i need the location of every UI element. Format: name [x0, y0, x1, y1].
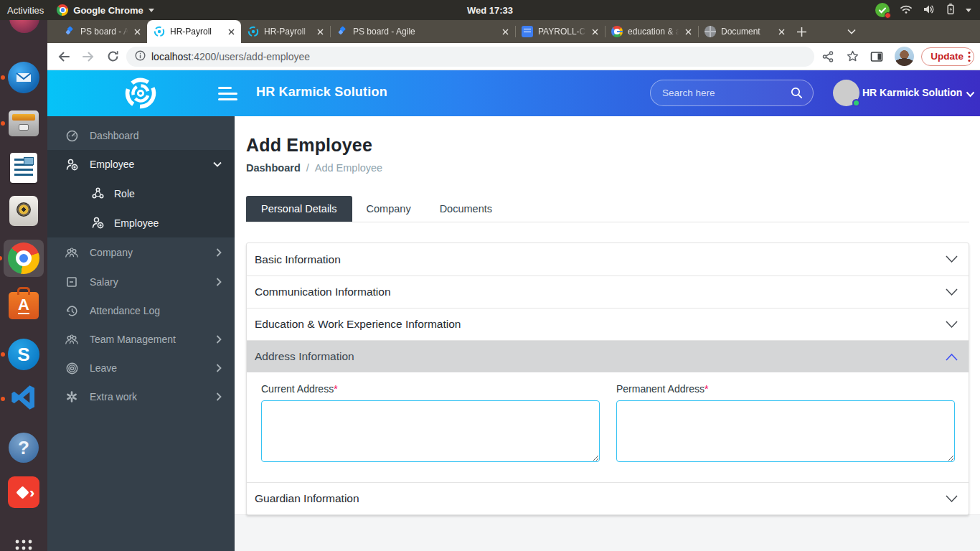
- browser-toolbar: localhost:4200/users/add-employee Update: [47, 43, 980, 70]
- accordion-education-work-experience[interactable]: Education & Work Experience Information: [247, 308, 969, 340]
- sidebar-item-company[interactable]: Company: [47, 237, 235, 268]
- dock-show-applications[interactable]: [6, 531, 41, 551]
- profile-name[interactable]: HR Karmick Solution: [862, 87, 962, 98]
- hr-target-icon: [248, 26, 259, 37]
- browser-profile-avatar[interactable]: [895, 47, 914, 66]
- tab-title: Document: [721, 27, 773, 37]
- back-button[interactable]: [53, 46, 75, 67]
- sidebar-item-leave[interactable]: Leave: [47, 354, 235, 382]
- profile-chevron-down-icon[interactable]: [966, 88, 975, 100]
- running-indicator: [1, 121, 5, 126]
- sidebar-item-extra-work[interactable]: Extra work: [47, 382, 235, 411]
- chevron-right-icon: [216, 364, 222, 372]
- dock-red-diamond-app[interactable]: ››: [6, 475, 41, 509]
- profile-avatar[interactable]: [833, 80, 859, 106]
- running-indicator: [1, 75, 5, 80]
- browser-tab[interactable]: PS board - Agile: [330, 20, 515, 43]
- breadcrumb-dashboard[interactable]: Dashboard: [246, 162, 301, 174]
- sidebar-item-employee-sub[interactable]: Employee: [47, 208, 235, 237]
- vscode-icon: [9, 383, 38, 415]
- app-logo-icon: [123, 76, 158, 113]
- dock-file-archive[interactable]: [6, 106, 41, 141]
- chevron-down-icon: [946, 288, 958, 296]
- sidebar-item-attendance-log[interactable]: Attendance Log: [47, 296, 235, 325]
- sidebar-item-label: Salary: [90, 276, 205, 288]
- clock[interactable]: Wed 17:33: [467, 5, 513, 16]
- current-address-textarea[interactable]: [261, 400, 600, 462]
- app-header: HR Karmick Solution HR Karmick Solution: [47, 70, 980, 116]
- tab-documents[interactable]: Documents: [425, 196, 507, 222]
- site-info-icon[interactable]: [135, 50, 146, 63]
- close-icon[interactable]: [778, 29, 785, 35]
- dock-skype[interactable]: S: [6, 337, 41, 372]
- dock-toolbox-app[interactable]: A: [6, 288, 41, 323]
- browser-tab[interactable]: PS board - Agil: [57, 20, 147, 43]
- person-add-icon: [65, 158, 79, 171]
- current-address-label: Current Address*: [261, 383, 338, 395]
- address-bar[interactable]: localhost:4200/users/add-employee: [126, 47, 814, 67]
- sidebar-item-team-management[interactable]: Team Management: [47, 325, 235, 354]
- activities-button[interactable]: Activities: [7, 5, 44, 16]
- share-icon[interactable]: [817, 46, 839, 67]
- update-button[interactable]: Update: [921, 47, 974, 66]
- close-icon[interactable]: [228, 29, 235, 35]
- reload-button[interactable]: [102, 46, 123, 67]
- browser-tab[interactable]: PAYROLL-CHA: [515, 20, 605, 43]
- hamburger-menu-icon[interactable]: [218, 85, 238, 101]
- search-input[interactable]: [662, 88, 791, 98]
- permanent-address-textarea[interactable]: [616, 400, 955, 462]
- close-icon[interactable]: [134, 29, 141, 35]
- new-tab-button[interactable]: [791, 22, 811, 42]
- partial-app-icon[interactable]: [9, 20, 39, 33]
- browser-tab-active[interactable]: HR-Payroll: [147, 20, 241, 43]
- browser-tab[interactable]: Document: [698, 20, 791, 43]
- chevron-right-icon: [216, 392, 222, 401]
- chevron-right-icon: [216, 248, 222, 257]
- tab-company[interactable]: Company: [352, 196, 425, 222]
- salary-icon: [65, 276, 79, 288]
- forward-button[interactable]: [77, 46, 99, 67]
- tab-personal-details[interactable]: Personal Details: [246, 196, 352, 222]
- bookmark-star-icon[interactable]: [842, 46, 863, 67]
- url-path: :4200/users/add-employee: [191, 51, 310, 62]
- close-icon[interactable]: [685, 29, 692, 35]
- wifi-icon[interactable]: [900, 4, 913, 17]
- required-marker: *: [334, 383, 337, 395]
- content-tabs: Personal Details Company Documents: [246, 196, 969, 222]
- sidebar-item-salary[interactable]: Salary: [47, 268, 235, 296]
- volume-icon[interactable]: [923, 4, 936, 17]
- browser-tab[interactable]: HR-Payroll: [241, 20, 330, 43]
- sidebar-item-role[interactable]: Role: [47, 179, 235, 208]
- side-panel-icon[interactable]: [866, 46, 887, 67]
- accordion-title: Basic Information: [255, 253, 946, 266]
- close-icon[interactable]: [592, 29, 598, 35]
- search-icon[interactable]: [791, 87, 803, 99]
- dock-vscode[interactable]: [6, 382, 41, 416]
- dock-speaker-app[interactable]: [6, 194, 41, 228]
- accordion-title: Education & Work Experience Information: [255, 318, 946, 331]
- system-menu-chevron-icon[interactable]: [966, 9, 971, 12]
- dock-google-chrome[interactable]: [4, 240, 44, 277]
- notification-badge-icon[interactable]: [875, 3, 890, 17]
- dock-libreoffice-writer[interactable]: [6, 151, 41, 185]
- chevron-right-icon: [216, 335, 222, 344]
- accordion-guardian-information[interactable]: Guardian Information: [247, 482, 969, 514]
- sidebar-item-dashboard[interactable]: Dashboard: [47, 121, 235, 150]
- person-add-icon: [90, 216, 105, 230]
- chrome-icon: [57, 4, 68, 16]
- gauge-icon: [65, 129, 79, 143]
- accordion-address-information[interactable]: Address Information: [247, 340, 969, 372]
- accordion-communication-information[interactable]: Communication Information: [247, 276, 969, 308]
- dock-help[interactable]: ?: [6, 430, 41, 465]
- accordion-basic-information[interactable]: Basic Information: [247, 243, 969, 276]
- battery-icon[interactable]: [946, 3, 956, 18]
- dock-thunderbird[interactable]: [6, 60, 41, 95]
- close-icon[interactable]: [317, 29, 324, 35]
- sidebar-item-employee[interactable]: Employee: [47, 150, 235, 179]
- tab-search-chevron-icon[interactable]: [842, 22, 862, 42]
- app-menu[interactable]: Google Chrome: [57, 4, 154, 16]
- browser-tab[interactable]: education & ad: [605, 20, 698, 43]
- thunderbird-icon: [8, 62, 39, 93]
- header-search[interactable]: [650, 80, 814, 106]
- close-icon[interactable]: [502, 29, 509, 35]
